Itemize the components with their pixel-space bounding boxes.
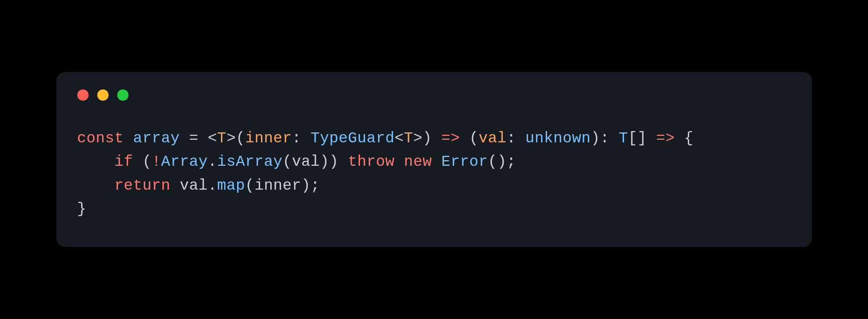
code-block: const array = <T>(inner: TypeGuard<T>) =… (77, 127, 791, 221)
indent (77, 177, 115, 194)
paren-close: ) (591, 130, 600, 147)
minimize-icon[interactable] (97, 89, 109, 101)
call-parens: () (488, 153, 507, 171)
method-isarray: isArray (217, 153, 283, 171)
class-array: Array (161, 153, 208, 171)
colon: : (507, 130, 525, 147)
colon: : (600, 130, 619, 147)
space (395, 153, 404, 171)
brace-close: } (77, 201, 87, 218)
code-line-1: const array = <T>(inner: TypeGuard<T>) =… (77, 130, 693, 147)
code-window: const array = <T>(inner: TypeGuard<T>) =… (56, 72, 812, 247)
colon: : (292, 130, 310, 147)
operator-not: ! (152, 153, 162, 171)
angle-close: > (413, 130, 423, 147)
keyword-if: if (115, 153, 133, 171)
paren-close: ) (329, 153, 348, 171)
semicolon: ; (507, 153, 516, 171)
angle-open: < (395, 130, 404, 147)
type-unknown: unknown (525, 130, 591, 147)
window-traffic-lights (77, 89, 791, 101)
paren-open: ( (469, 130, 479, 147)
paren-close: ) (422, 130, 432, 147)
paren-open: ( (245, 177, 255, 194)
angle-open: < (208, 130, 218, 147)
keyword-return: return (115, 177, 171, 194)
operator-equals: = (180, 130, 208, 147)
param-inner: inner (245, 130, 292, 147)
keyword-const: const (77, 130, 124, 147)
maximize-icon[interactable] (117, 89, 129, 101)
keyword-new: new (404, 153, 432, 171)
return-type-t: T (619, 130, 628, 147)
type-typeguard: TypeGuard (310, 130, 395, 147)
generic-type: T (404, 130, 413, 147)
function-name: array (133, 130, 180, 147)
code-line-4: } (77, 201, 87, 218)
close-icon[interactable] (77, 89, 89, 101)
code-line-3: return val.map(inner); (77, 177, 320, 194)
class-error: Error (441, 153, 488, 171)
generic-type: T (217, 130, 227, 147)
paren-open: ( (133, 153, 152, 171)
space (171, 177, 180, 194)
angle-close: > (227, 130, 236, 147)
arrow-operator: => (647, 130, 684, 147)
code-line-2: if (!Array.isArray(val)) throw new Error… (77, 153, 516, 171)
paren-open: ( (283, 153, 292, 171)
brace-open: { (684, 130, 693, 147)
indent (77, 153, 115, 171)
array-brackets: [] (628, 130, 647, 147)
ident-inner: inner (254, 177, 301, 194)
paren-close: ) (320, 153, 330, 171)
space (432, 153, 442, 171)
paren-open: ( (236, 130, 245, 147)
paren-close: ) (301, 177, 311, 194)
method-map: map (217, 177, 245, 194)
arrow-operator: => (432, 130, 469, 147)
keyword-throw: throw (348, 153, 395, 171)
dot: . (208, 153, 218, 171)
semicolon: ; (310, 177, 320, 194)
param-val: val (479, 130, 507, 147)
dot: . (208, 177, 218, 194)
ident-val: val (180, 177, 208, 194)
ident-val: val (292, 153, 320, 171)
